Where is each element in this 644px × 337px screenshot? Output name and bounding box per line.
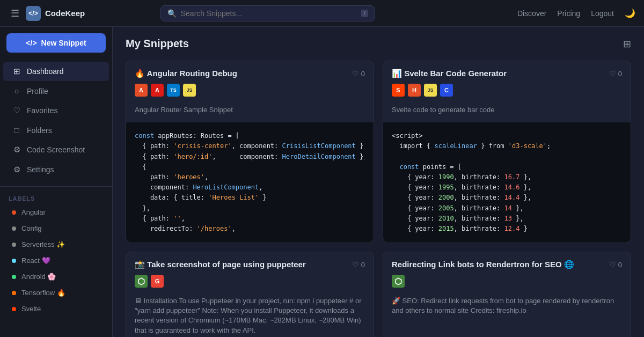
label-name: Serverless ✨ — [21, 240, 65, 248]
card-title: 🔥 Angular Routing Debug — [135, 69, 237, 78]
page-title: My Snippets — [126, 38, 189, 50]
sidebar-item-label: Favorites — [27, 106, 58, 115]
logout-link[interactable]: Logout — [591, 9, 614, 18]
sidebar-item-label: Dashboard — [27, 67, 64, 76]
code-block: const appRoutes: Routes = [ { path: 'cri… — [126, 122, 374, 243]
grid-toggle-button[interactable]: ⊞ — [623, 38, 631, 50]
new-snippet-label: New Snippet — [41, 39, 86, 47]
tag-badge-svelte: S — [392, 84, 405, 97]
sidebar-item-folders[interactable]: □ Folders — [3, 121, 109, 140]
label-name: Android 🌸 — [21, 273, 56, 281]
theme-toggle-button[interactable]: 🌙 — [625, 8, 635, 18]
tag-badge-node: ⬡ — [135, 275, 148, 288]
labels-section-header: LABELS — [0, 191, 112, 204]
card-description: Angular Router Sample Snippet — [126, 103, 374, 122]
new-snippet-button[interactable]: </> New Snippet — [6, 33, 106, 53]
sidebar-item-label: Folders — [27, 126, 52, 135]
code-icon: </> — [26, 39, 36, 47]
like-count: 0 — [361, 261, 365, 269]
sidebar-nav: ⊞ Dashboard ○ Profile ♡ Favorites □ Fold… — [0, 59, 112, 182]
profile-icon: ○ — [12, 86, 21, 96]
label-item-android[interactable]: Android 🌸 — [3, 269, 109, 284]
sidebar-item-profile[interactable]: ○ Profile — [3, 82, 109, 100]
heart-icon: ♡ — [352, 69, 359, 78]
like-count: 0 — [618, 70, 622, 78]
search-input[interactable] — [181, 9, 357, 18]
android-dot — [12, 275, 16, 279]
heart-icon: ♡ — [609, 260, 616, 269]
search-icon: 🔍 — [167, 9, 177, 18]
label-name: Config — [21, 224, 42, 232]
card-tags: A A TS JS — [126, 84, 374, 103]
sidebar-item-dashboard[interactable]: ⊞ Dashboard — [3, 62, 109, 81]
card-like[interactable]: ♡ 0 — [609, 260, 622, 269]
tag-badge-ts: TS — [167, 84, 180, 97]
snippet-card-svelte-bar[interactable]: 📊 Svelte Bar Code Generator ♡ 0 S H JS C… — [383, 61, 631, 243]
header: ☰ </> CodeKeep 🔍 / Discover Pricing Logo… — [0, 0, 644, 27]
label-name: Angular — [21, 208, 46, 216]
sidebar-item-settings[interactable]: ⚙ Settings — [3, 160, 109, 179]
tag-badge-js: JS — [424, 84, 437, 97]
sidebar-item-code-screenshot[interactable]: ⚙ Code Screenshot — [3, 140, 109, 159]
tag-badge-css: C — [440, 84, 453, 97]
code-screenshot-icon: ⚙ — [12, 145, 21, 155]
app-logo: </> — [26, 6, 41, 21]
sidebar-item-favorites[interactable]: ♡ Favorites — [3, 101, 109, 120]
label-item-tensorflow[interactable]: Tensorflow 🔥 — [3, 285, 109, 301]
card-header: 📊 Svelte Bar Code Generator ♡ 0 — [383, 61, 631, 84]
labels-list: Angular Config Serverless ✨ React 💜 Andr… — [0, 204, 112, 317]
card-like[interactable]: ♡ 0 — [352, 260, 365, 269]
label-item-serverless[interactable]: Serverless ✨ — [3, 237, 109, 252]
tag-badge-node: ⬡ — [392, 275, 405, 288]
card-title: 📸 Take screenshot of page using puppetee… — [135, 260, 306, 269]
react-dot — [12, 259, 16, 263]
serverless-dot — [12, 243, 16, 247]
card-like[interactable]: ♡ 0 — [609, 69, 622, 78]
label-name: React 💜 — [21, 257, 50, 265]
card-header: Redirecting Link bots to Rendertron for … — [383, 252, 631, 275]
card-header: 📸 Take screenshot of page using puppetee… — [126, 252, 374, 275]
search-kbd: / — [361, 10, 368, 17]
code-block: <script> import { scaleLinear } from 'd3… — [383, 122, 631, 243]
snippet-card-angular-routing[interactable]: 🔥 Angular Routing Debug ♡ 0 A A TS JS An… — [126, 61, 374, 243]
snippet-card-puppeteer[interactable]: 📸 Take screenshot of page using puppetee… — [126, 252, 374, 337]
card-tags: ⬡ G — [126, 275, 374, 294]
menu-button[interactable]: ☰ — [9, 5, 21, 21]
sidebar-item-label: Profile — [27, 87, 48, 96]
card-description: Svelte code to generate bar code — [383, 103, 631, 122]
svelte-dot — [12, 307, 16, 311]
label-item-svelte[interactable]: Svelte — [3, 301, 109, 317]
tag-badge-google: G — [151, 275, 164, 288]
card-tags: S H JS C — [383, 84, 631, 103]
card-description: 🖥 Installation To use Puppeteer in your … — [126, 294, 374, 337]
settings-icon: ⚙ — [12, 165, 21, 174]
main-header: My Snippets ⊞ — [126, 38, 631, 50]
sidebar-divider — [0, 186, 112, 187]
heart-icon: ♡ — [609, 69, 616, 78]
logo-symbol: </> — [28, 10, 38, 17]
pricing-link[interactable]: Pricing — [557, 9, 580, 18]
snippet-card-rendertron[interactable]: Redirecting Link bots to Rendertron for … — [383, 252, 631, 337]
heart-icon: ♡ — [352, 260, 359, 269]
tensorflow-dot — [12, 291, 16, 295]
label-item-react[interactable]: React 💜 — [3, 253, 109, 268]
label-name: Svelte — [21, 305, 41, 313]
header-nav: Discover Pricing Logout 🌙 — [517, 8, 635, 18]
dashboard-icon: ⊞ — [12, 67, 21, 76]
card-header: 🔥 Angular Routing Debug ♡ 0 — [126, 61, 374, 84]
app-layout: </> New Snippet ⊞ Dashboard ○ Profile ♡ … — [0, 27, 644, 337]
snippets-grid: 🔥 Angular Routing Debug ♡ 0 A A TS JS An… — [126, 61, 631, 337]
discover-link[interactable]: Discover — [517, 9, 546, 18]
card-title: Redirecting Link bots to Rendertron for … — [392, 260, 574, 269]
label-item-config[interactable]: Config — [3, 221, 109, 236]
label-item-angular[interactable]: Angular — [3, 204, 109, 220]
app-name: CodeKeep — [45, 9, 85, 18]
card-like[interactable]: ♡ 0 — [352, 69, 365, 78]
like-count: 0 — [618, 261, 622, 269]
favorites-icon: ♡ — [12, 106, 21, 115]
search-bar[interactable]: 🔍 / — [160, 5, 375, 21]
card-description: 🚀 SEO: Redirect link requests from bot t… — [383, 294, 631, 323]
card-title: 📊 Svelte Bar Code Generator — [392, 69, 507, 78]
main-content: My Snippets ⊞ 🔥 Angular Routing Debug ♡ … — [113, 27, 644, 337]
sidebar: </> New Snippet ⊞ Dashboard ○ Profile ♡ … — [0, 27, 113, 337]
